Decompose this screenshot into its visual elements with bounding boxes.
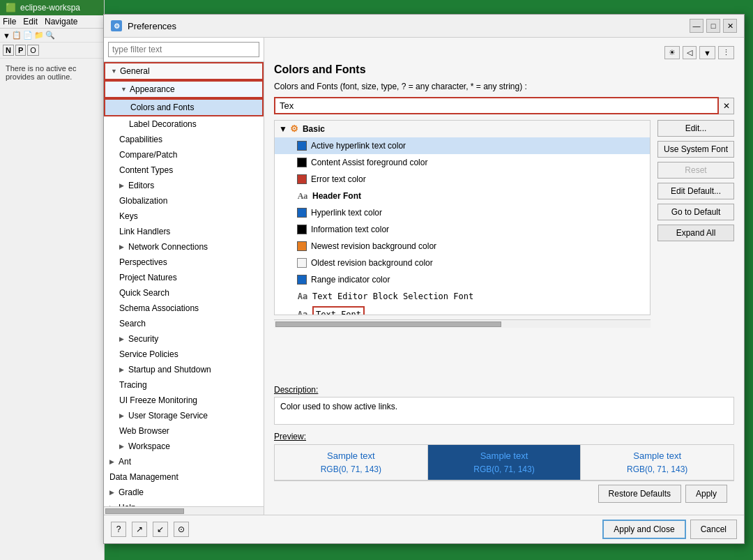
preferences-icon-btn[interactable]: ⊙ [174,522,189,537]
tree-item-compare-patch[interactable]: Compare/Patch [104,147,264,162]
colors-hscroll-thumb[interactable] [275,321,501,327]
color-item-content-assist[interactable]: Content Assist foreground color [275,154,650,171]
toolbar-btn-5[interactable]: 🔍 [45,31,55,40]
color-item-oldest-revision[interactable]: Oldest revision background color [275,255,650,271]
search-clear-button[interactable]: ✕ [719,98,734,114]
use-system-font-button[interactable]: Use System Font [657,141,734,158]
toolbar-btn-3[interactable]: 📄 [23,31,33,40]
header-font-icon: Aa [297,189,308,203]
tree-item-service-policies[interactable]: Service Policies [104,347,264,362]
tree-item-editors-label: Editors [128,179,154,192]
tree-item-label-decorations[interactable]: Label Decorations [104,116,264,132]
reset-button[interactable]: Reset [657,162,734,179]
expand-arrow-general: ▼ [111,65,118,77]
color-group-basic[interactable]: ▼ ⚙ Basic [275,121,650,137]
background-window: 🟩 eclipse-workspa File Edit Navigate ▼ 📋… [0,0,105,560]
color-item-header-font[interactable]: Aa Header Font [275,188,650,204]
toolbar-o-btn[interactable]: O [27,45,39,56]
toolbar-btn-4[interactable]: 📁 [34,31,44,40]
tree-item-search[interactable]: Search [104,316,264,331]
tree-item-data-management[interactable]: Data Management [104,469,264,485]
edit-button[interactable]: Edit... [657,120,734,137]
tree-item-help[interactable]: ▶ Help [104,500,264,506]
menu-file[interactable]: File [3,17,16,27]
tree-item-globalization[interactable]: Globalization [104,193,264,209]
tree-item-capabilities-label: Capabilities [119,133,162,146]
go-to-default-button[interactable]: Go to Default [657,204,734,220]
minimize-button[interactable]: — [690,19,703,33]
preview-cell-2: Sample text RGB(0, 71, 143) [428,445,581,480]
tree-item-perspectives[interactable]: Perspectives [104,255,264,270]
tree-item-schema-assoc[interactable]: Schema Associations [104,301,264,316]
tree-item-colors-fonts[interactable]: Colors and Fonts [104,98,264,116]
toolbar-menu[interactable]: ▼ [699,46,715,59]
toolbar-nav-forward[interactable]: ☀ [664,46,680,59]
apply-close-button[interactable]: Apply and Close [602,520,685,539]
maximize-button[interactable]: □ [706,19,720,33]
toolbar-more[interactable]: ⋮ [718,46,734,59]
apply-button[interactable]: Apply [685,485,727,503]
tree-item-web-browser[interactable]: Web Browser [104,423,264,439]
edit-default-button[interactable]: Edit Default... [657,183,734,199]
tree-item-capabilities[interactable]: Capabilities [104,132,264,147]
toolbar-nav-backward[interactable]: ◁ [683,46,697,59]
restore-defaults-button[interactable]: Restore Defaults [598,485,681,503]
export-icon-btn[interactable]: ↗ [132,522,147,537]
tree-item-user-storage[interactable]: ▶ User Storage Service [104,408,264,423]
toolbar-btn-2[interactable]: 📋 [12,31,22,40]
tree-item-general[interactable]: ▼ General [104,62,264,80]
tree-hscrollbar[interactable] [104,506,264,515]
tree-item-content-types[interactable]: Content Types [104,162,264,178]
tree-item-workspace[interactable]: ▶ Workspace [104,439,264,454]
tree-item-security[interactable]: ▶ Security [104,331,264,347]
color-item-range-indicator[interactable]: Range indicator color [275,271,650,288]
tree-item-link-handlers[interactable]: Link Handlers [104,224,264,239]
filter-input[interactable] [108,42,259,57]
tree-item-keys[interactable]: Keys [104,209,264,224]
cancel-button[interactable]: Cancel [690,520,737,539]
color-item-error-text[interactable]: Error text color [275,171,650,188]
toolbar-n-btn[interactable]: N [3,45,14,56]
expand-arrow-user-storage: ▶ [119,409,126,422]
tree-item-network-connections[interactable]: ▶ Network Connections [104,239,264,255]
dialog-controls: — □ ✕ [690,19,737,33]
color-item-text-editor-block[interactable]: Aa Text Editor Block Selection Font [275,288,650,305]
tree-item-appearance[interactable]: ▼ Appearance [104,80,264,98]
dialog-body: ▼ General ▼ Appearance Colors and Fonts … [104,38,744,515]
tree-container[interactable]: ▼ General ▼ Appearance Colors and Fonts … [104,62,264,506]
color-label-newest-revision: Newest revision background color [311,239,436,253]
color-item-newest-revision[interactable]: Newest revision background color [275,238,650,255]
expand-basic-icon: ▼ [279,122,287,136]
import-icon-btn[interactable]: ↙ [153,522,168,537]
toolbar-p-btn[interactable]: P [15,45,26,56]
tree-item-ui-freeze[interactable]: UI Freeze Monitoring [104,393,264,408]
menu-navigate[interactable]: Navigate [45,17,77,27]
color-item-text-font[interactable]: Aa Text Font [275,305,650,315]
tree-item-ant[interactable]: ▶ Ant [104,454,264,469]
tree-item-quick-search[interactable]: Quick Search [104,285,264,301]
tree-item-gradle[interactable]: ▶ Gradle [104,485,264,500]
color-item-hyperlink[interactable]: Hyperlink text color [275,204,650,221]
tree-item-tracing[interactable]: Tracing [104,377,264,393]
tree-item-editors[interactable]: ▶ Editors [104,178,264,193]
color-label-oldest-revision: Oldest revision background color [311,256,433,270]
colors-search-input[interactable] [274,97,719,114]
tree-hscroll-thumb[interactable] [105,508,184,514]
tree-item-startup[interactable]: ▶ Startup and Shutdown [104,362,264,377]
tree-item-security-label: Security [128,333,158,345]
tree-item-project-natures[interactable]: Project Natures [104,270,264,285]
menu-edit[interactable]: Edit [23,17,38,27]
expand-all-button[interactable]: Expand All [657,225,734,241]
color-item-hyperlink-active[interactable]: Active hyperlink text color [275,137,650,154]
help-icon-btn[interactable]: ? [111,522,126,537]
colors-tree[interactable]: ▼ ⚙ Basic Active hyperlink text color [274,120,651,315]
expand-arrow-security: ▶ [119,333,126,345]
close-button[interactable]: ✕ [723,19,737,33]
preview-cell-1: Sample text RGB(0, 71, 143) [275,445,428,480]
color-item-information[interactable]: Information text color [275,221,650,238]
toolbar-btn-1[interactable]: ▼ [3,31,10,40]
colors-hscrollbar[interactable] [274,319,651,328]
section-description: Colors and Fonts (font, size, type, ? = … [274,82,734,91]
bottom-icons: ? ↗ ↙ ⊙ [111,522,189,537]
bottom-right-buttons: Apply and Close Cancel [602,520,737,539]
